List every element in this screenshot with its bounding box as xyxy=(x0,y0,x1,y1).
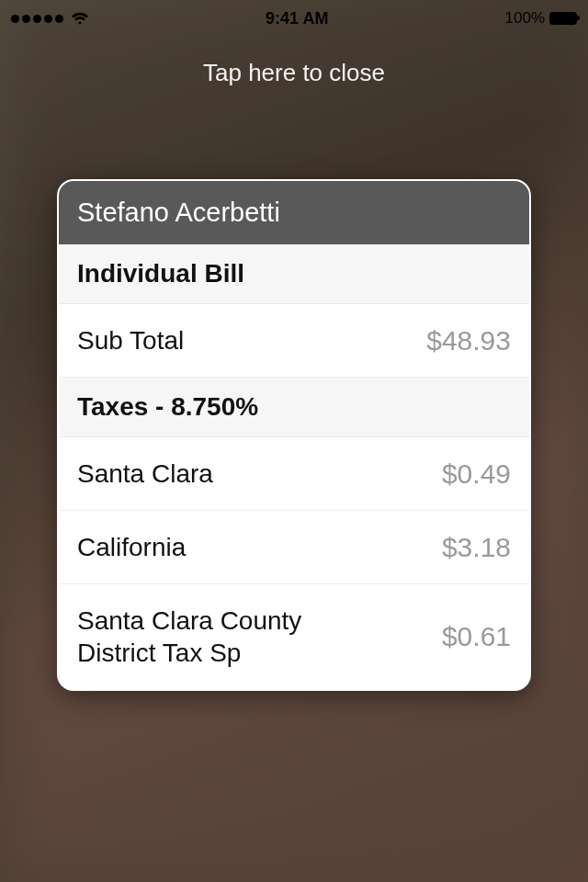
row-tax-california: California $3.18 xyxy=(59,511,529,584)
row-subtotal: Sub Total $48.93 xyxy=(59,304,529,378)
status-time: 9:41 AM xyxy=(266,9,328,28)
row-tax-santa-clara: Santa Clara $0.49 xyxy=(59,437,529,511)
tax-value: $3.18 xyxy=(442,532,511,563)
battery-icon xyxy=(549,12,577,25)
status-left xyxy=(11,12,89,26)
row-tax-district: Santa Clara County District Tax Sp $0.61 xyxy=(59,584,529,689)
bill-card: Stefano Acerbetti Individual Bill Sub To… xyxy=(57,179,531,691)
status-bar: 9:41 AM 100% xyxy=(0,0,588,37)
close-hint[interactable]: Tap here to close xyxy=(0,59,588,87)
tax-label: Santa Clara xyxy=(77,458,213,490)
tax-label: Santa Clara County District Tax Sp xyxy=(77,605,362,669)
tax-label: California xyxy=(77,531,186,563)
wifi-icon xyxy=(71,12,89,26)
tax-value: $0.49 xyxy=(442,458,511,490)
subtotal-value: $48.93 xyxy=(426,325,511,356)
subtotal-label: Sub Total xyxy=(77,324,184,356)
section-individual-bill: Individual Bill xyxy=(59,244,529,304)
card-body: Individual Bill Sub Total $48.93 Taxes -… xyxy=(59,244,529,689)
signal-strength-icon xyxy=(11,15,63,23)
person-name-header: Stefano Acerbetti xyxy=(59,181,529,244)
status-right: 100% xyxy=(505,9,577,28)
tax-value: $0.61 xyxy=(442,621,511,652)
battery-percent: 100% xyxy=(505,9,545,28)
section-taxes: Taxes - 8.750% xyxy=(59,378,529,437)
